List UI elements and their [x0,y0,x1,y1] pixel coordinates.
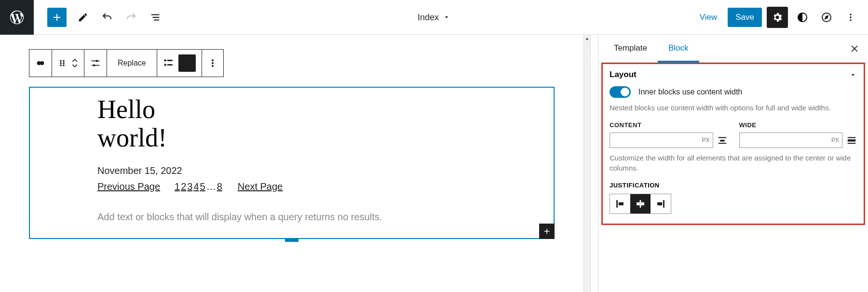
list-layout-button[interactable] [163,57,174,69]
document-title-dropdown[interactable]: Index [418,12,450,22]
chevron-down-icon [71,64,78,68]
infinity-icon [35,58,46,68]
list-view-button[interactable] [148,10,163,25]
content-width-label: CONTENT [610,121,728,129]
block-type-button[interactable] [29,50,52,77]
svg-rect-35 [641,202,644,205]
align-center-icon [717,135,728,146]
workspace: Replace Helloworld! November 15, 2022 [0,35,868,292]
svg-rect-18 [167,64,172,65]
block-mover[interactable] [71,58,78,68]
layout-width-desc: Customize the width for all elements tha… [610,153,857,173]
block-settings-button[interactable] [84,50,107,77]
svg-point-17 [164,64,166,66]
justify-right-icon [655,199,666,209]
plus-icon [51,12,63,23]
post-date[interactable]: November 15, 2022 [97,165,554,176]
prev-page-link[interactable]: Previous Page [97,181,160,192]
block-appender-button[interactable] [539,224,555,239]
svg-point-12 [63,65,65,66]
kebab-icon [846,13,855,22]
layout-panel-title: Layout [610,70,637,80]
tab-block[interactable]: Block [658,35,699,63]
drag-icon [58,59,67,67]
svg-rect-33 [637,202,640,205]
grid-layout-button[interactable] [178,54,196,72]
redo-button[interactable] [123,10,139,25]
justify-right-button[interactable] [651,194,671,213]
options-menu-button[interactable] [841,8,860,27]
justify-center-button[interactable] [630,194,651,213]
svg-point-24 [212,65,213,66]
block-drag-handle[interactable] [52,50,84,77]
canvas-scrollbar[interactable]: ▲ [583,35,591,292]
compass-icon [821,12,832,23]
chevron-up-icon [849,71,857,79]
block-more-options[interactable] [202,50,223,77]
svg-rect-2 [154,19,159,20]
svg-rect-29 [848,139,856,142]
save-button[interactable]: Save [728,8,762,27]
toggle-knob [621,88,629,96]
layout-toggle-desc: Nested blocks use content width with opt… [610,103,857,113]
wide-width-group: WIDE [739,121,857,148]
justify-left-button[interactable] [610,194,630,213]
post-title[interactable]: Helloworld! [97,95,554,153]
pencil-icon [78,12,88,23]
settings-sidebar: Template Block Layout Inner blocks use c… [598,35,868,292]
view-link[interactable]: View [694,9,723,26]
styles-button[interactable] [793,8,812,27]
svg-point-13 [96,60,98,62]
svg-rect-1 [153,17,160,18]
sidebar-tabs: Template Block [598,35,868,63]
layout-panel: Layout Inner blocks use content width Ne… [601,63,865,225]
layout-panel-header[interactable]: Layout [610,70,857,80]
display-layout-buttons [157,50,202,77]
content-align-icon-button[interactable] [717,134,728,146]
wordpress-icon [9,9,25,26]
wordpress-logo-button[interactable] [0,0,34,35]
sliders-icon [90,58,101,68]
svg-point-9 [60,65,62,66]
sidebar-close-button[interactable] [846,40,863,57]
redo-icon [125,12,137,23]
block-inserter-button[interactable] [47,8,67,27]
scroll-up-arrow[interactable]: ▲ [584,35,590,42]
close-icon [850,44,859,53]
svg-point-15 [164,59,166,61]
undo-button[interactable] [99,10,115,25]
next-page-link[interactable]: Next Page [238,181,283,192]
wide-width-input[interactable] [739,133,843,148]
wide-align-icon-button[interactable] [846,134,857,146]
edit-tool-button[interactable] [75,10,91,25]
navigation-button[interactable] [817,8,836,27]
svg-rect-36 [658,202,662,205]
block-resize-handle[interactable] [285,238,298,242]
no-results-placeholder[interactable]: Add text or blocks that will display whe… [97,212,554,223]
svg-rect-32 [619,202,623,205]
svg-rect-31 [617,200,618,208]
post-title-text: Helloworld! [97,95,554,153]
top-toolbar-right: View Save [694,7,868,28]
svg-point-11 [63,63,65,64]
chevron-up-icon [71,58,78,63]
plus-icon [542,227,551,236]
top-toolbar: Index View Save [0,0,868,35]
align-wide-icon [846,135,857,146]
svg-point-10 [63,60,65,62]
settings-button[interactable] [767,7,788,28]
justify-center-icon [635,199,646,209]
content-width-toggle[interactable] [610,86,631,98]
content-width-input[interactable] [610,133,713,148]
content-width-group: CONTENT [610,121,728,148]
svg-point-5 [850,16,851,18]
svg-point-22 [212,60,213,61]
list-view-icon [150,12,161,23]
replace-button[interactable]: Replace [107,50,157,77]
tab-template[interactable]: Template [603,35,658,63]
query-loop-block[interactable]: Helloworld! November 15, 2022 Previous P… [29,87,555,239]
page-numbers[interactable]: 12345…8 [175,181,223,192]
pagination: Previous Page 12345…8 Next Page [97,181,554,192]
grid-icon [182,58,192,68]
svg-rect-26 [720,140,724,142]
